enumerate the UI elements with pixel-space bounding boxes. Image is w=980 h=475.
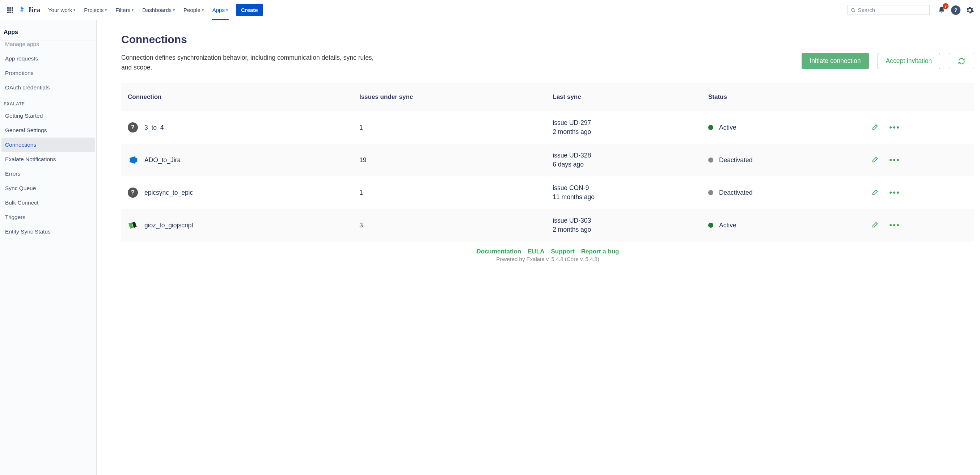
connection-name: ADO_to_Jira bbox=[145, 156, 181, 164]
connection-name: gioz_to_giojscript bbox=[145, 222, 193, 229]
main-content: Connections Connection defines synchroni… bbox=[97, 20, 980, 475]
unknown-icon: ? bbox=[128, 123, 138, 132]
table-row[interactable]: ADO_to_Jira19issue UD-3286 days agoDeact… bbox=[121, 144, 974, 176]
footer-link-support[interactable]: Support bbox=[551, 248, 575, 255]
footer: DocumentationEULASupportReport a bug Pow… bbox=[121, 248, 974, 262]
connection-name: epicsync_to_epic bbox=[145, 189, 193, 197]
refresh-button[interactable] bbox=[949, 53, 974, 69]
settings-button[interactable] bbox=[964, 4, 976, 16]
nav-item-people[interactable]: People▾ bbox=[180, 5, 207, 15]
status-label: Active bbox=[719, 222, 737, 229]
status-dot bbox=[708, 125, 713, 130]
sidebar-item-entity-sync-status[interactable]: Entity Sync Status bbox=[2, 225, 95, 239]
nav-item-dashboards[interactable]: Dashboards▾ bbox=[138, 5, 178, 15]
issues-count: 1 bbox=[353, 111, 546, 144]
nav-item-apps[interactable]: Apps▾ bbox=[209, 5, 232, 15]
primary-nav: Your work▾Projects▾Filters▾Dashboards▾Pe… bbox=[45, 5, 232, 15]
more-actions-button[interactable] bbox=[889, 126, 899, 129]
sidebar-title: Apps bbox=[0, 20, 96, 41]
edit-icon bbox=[872, 155, 880, 163]
azure-devops-icon bbox=[128, 155, 138, 165]
status-label: Deactivated bbox=[719, 189, 752, 197]
help-icon: ? bbox=[954, 7, 958, 13]
sidebar-item-triggers[interactable]: Triggers bbox=[2, 210, 95, 225]
page-description: Connection defines synchronization behav… bbox=[121, 53, 375, 72]
nav-item-label: Apps bbox=[212, 7, 225, 13]
edit-button[interactable] bbox=[872, 155, 880, 165]
notification-badge: 7 bbox=[943, 3, 948, 9]
nav-item-label: People bbox=[183, 7, 200, 13]
connector-icon bbox=[128, 220, 137, 230]
sidebar-item-oauth-credentials[interactable]: OAuth credentials bbox=[2, 80, 95, 95]
nav-item-label: Projects bbox=[84, 7, 103, 13]
search-input[interactable] bbox=[858, 7, 926, 13]
jira-logo[interactable]: Jira bbox=[18, 5, 40, 14]
product-name: Jira bbox=[27, 5, 40, 14]
sidebar-item-promotions[interactable]: Promotions bbox=[2, 66, 95, 80]
initiate-connection-button[interactable]: Initiate connection bbox=[802, 53, 869, 69]
help-button[interactable]: ? bbox=[951, 5, 961, 15]
notifications-button[interactable]: 7 bbox=[936, 4, 947, 16]
page-title: Connections bbox=[121, 33, 974, 46]
nav-item-filters[interactable]: Filters▾ bbox=[112, 5, 137, 15]
connections-table: ConnectionIssues under syncLast syncStat… bbox=[121, 83, 974, 241]
last-sync-issue: issue CON-9 bbox=[553, 184, 589, 191]
status-label: Deactivated bbox=[719, 156, 752, 164]
issues-count: 1 bbox=[353, 176, 546, 209]
create-button[interactable]: Create bbox=[236, 4, 263, 16]
app-switcher-button[interactable] bbox=[4, 4, 16, 16]
search-box[interactable] bbox=[847, 5, 930, 15]
sidebar: Apps Manage apps App requestsPromotionsO… bbox=[0, 20, 97, 475]
sidebar-item-connections[interactable]: Connections bbox=[2, 137, 95, 152]
footer-version: Powered by Exalate v. 5.4.8 (Core v. 5.4… bbox=[121, 256, 974, 262]
edit-icon bbox=[872, 123, 880, 131]
refresh-icon bbox=[958, 57, 965, 65]
footer-link-documentation[interactable]: Documentation bbox=[476, 248, 521, 255]
nav-item-projects[interactable]: Projects▾ bbox=[80, 5, 110, 15]
sidebar-item-sync-queue[interactable]: Sync Queue bbox=[2, 181, 95, 196]
column-header: Issues under sync bbox=[353, 83, 546, 111]
column-header-actions bbox=[865, 83, 974, 111]
table-row[interactable]: ?epicsync_to_epic1issue CON-911 months a… bbox=[121, 176, 974, 209]
more-actions-button[interactable] bbox=[889, 191, 899, 194]
column-header: Last sync bbox=[546, 83, 702, 111]
more-actions-button[interactable] bbox=[889, 159, 899, 161]
more-actions-button[interactable] bbox=[889, 224, 899, 226]
accept-invitation-button[interactable]: Accept invitation bbox=[878, 53, 940, 69]
chevron-down-icon: ▾ bbox=[105, 8, 107, 12]
chevron-down-icon: ▾ bbox=[132, 8, 134, 12]
sidebar-item-exalate-notifications[interactable]: Exalate Notifications bbox=[2, 152, 95, 167]
last-sync-issue: issue UD-303 bbox=[553, 217, 591, 224]
nav-item-label: Filters bbox=[115, 7, 130, 13]
app-switcher-icon bbox=[7, 7, 13, 13]
jira-logo-icon bbox=[18, 6, 26, 14]
sidebar-item-bulk-connect[interactable]: Bulk Connect bbox=[2, 196, 95, 210]
last-sync-time: 2 months ago bbox=[553, 128, 702, 136]
edit-button[interactable] bbox=[872, 220, 880, 230]
status-dot bbox=[708, 223, 713, 228]
sidebar-item-errors[interactable]: Errors bbox=[2, 167, 95, 181]
edit-button[interactable] bbox=[872, 123, 880, 132]
sidebar-item-app-requests[interactable]: App requests bbox=[2, 51, 95, 66]
edit-button[interactable] bbox=[872, 188, 880, 198]
table-row[interactable]: gioz_to_giojscript3issue UD-3032 months … bbox=[121, 209, 974, 241]
sidebar-section-label: EXALATE bbox=[0, 95, 96, 108]
footer-link-report-a-bug[interactable]: Report a bug bbox=[581, 248, 619, 255]
sidebar-item-getting-started[interactable]: Getting Started bbox=[2, 108, 95, 123]
sidebar-item[interactable]: Manage apps bbox=[2, 41, 95, 51]
status-dot bbox=[708, 190, 713, 195]
chevron-down-icon: ▾ bbox=[202, 8, 204, 12]
column-header: Status bbox=[702, 83, 865, 111]
gear-icon bbox=[966, 6, 974, 14]
footer-link-eula[interactable]: EULA bbox=[528, 248, 544, 255]
sidebar-item-general-settings[interactable]: General Settings bbox=[2, 123, 95, 137]
search-icon bbox=[850, 7, 856, 13]
nav-item-your-work[interactable]: Your work▾ bbox=[45, 5, 79, 15]
svg-line-1 bbox=[854, 11, 855, 12]
unknown-icon: ? bbox=[128, 188, 138, 198]
svg-point-0 bbox=[851, 8, 854, 11]
chevron-down-icon: ▾ bbox=[226, 8, 228, 12]
nav-item-label: Your work bbox=[48, 7, 72, 13]
chevron-down-icon: ▾ bbox=[173, 8, 175, 12]
table-row[interactable]: ?3_to_41issue UD-2972 months agoActive bbox=[121, 111, 974, 144]
